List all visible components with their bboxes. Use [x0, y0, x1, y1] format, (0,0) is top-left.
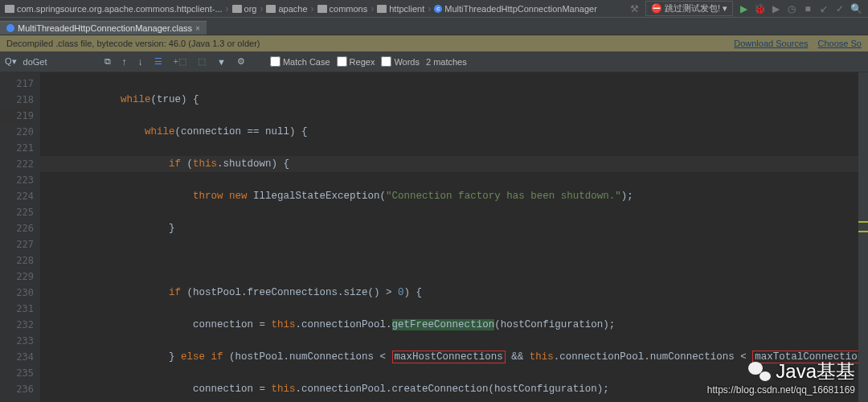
folder-icon	[232, 5, 242, 13]
folder-icon	[317, 5, 327, 13]
coverage-button[interactable]: ▶	[770, 3, 781, 14]
library-icon	[5, 5, 14, 13]
search-icon: Q▾	[5, 56, 17, 67]
highlighted-var-1: maxHostConnections	[392, 351, 506, 363]
breadcrumb-apache[interactable]: apache	[266, 4, 307, 14]
stop-button[interactable]: ■	[802, 3, 813, 14]
select-all-button[interactable]: ☰	[152, 55, 165, 68]
banner-text: Decompiled .class file, bytecode version…	[6, 39, 260, 48]
filter-icon[interactable]: ▼	[215, 55, 228, 68]
editor-tabs: MultiThreadedHttpConnectionManager.class…	[0, 18, 868, 35]
class-icon: c	[434, 5, 442, 13]
editor: 2172182192202212222232242252262272282292…	[0, 72, 868, 402]
debug-button[interactable]: 🐞	[754, 3, 765, 14]
find-bar: Q▾ ⧉ ↑ ↓ ☰ +⬚ ⬚ ▼ ⚙ Match Case Regex Wor…	[0, 51, 868, 72]
next-match-button[interactable]: ↓	[136, 55, 145, 69]
vertical-scrollbar[interactable]	[858, 72, 868, 402]
class-icon	[6, 24, 14, 32]
history-icon[interactable]: ⧉	[102, 55, 113, 68]
hammer-icon[interactable]: ⚒	[629, 3, 641, 14]
navigation-bar: com.springsource.org.apache.commons.http…	[0, 0, 868, 18]
profile-button[interactable]: ◷	[786, 3, 797, 14]
run-button[interactable]: ▶	[738, 3, 749, 14]
words-checkbox[interactable]: Words	[381, 56, 420, 67]
add-selection-button[interactable]: +⬚	[171, 55, 189, 68]
download-sources-link[interactable]: Download Sources	[734, 39, 808, 48]
code-area[interactable]: while(true) { while(connection == null) …	[40, 72, 868, 402]
toolbar-run: ⚒ ⛔ 跳过测试发包! ▾ ▶ 🐞 ▶ ◷ ■ ↙ ✓ 🔍	[629, 1, 868, 16]
vcs-commit-icon[interactable]: ✓	[834, 3, 845, 14]
tab-active[interactable]: MultiThreadedHttpConnectionManager.class…	[0, 21, 207, 35]
match-case-checkbox[interactable]: Match Case	[270, 56, 330, 67]
decompile-banner: Decompiled .class file, bytecode version…	[0, 35, 868, 51]
tab-label: MultiThreadedHttpConnectionManager.class	[18, 23, 192, 33]
prev-match-button[interactable]: ↑	[120, 55, 129, 69]
run-config-selector[interactable]: ⛔ 跳过测试发包! ▾	[645, 1, 733, 16]
vcs-update-icon[interactable]: ↙	[818, 3, 829, 14]
search-input[interactable]	[23, 57, 96, 67]
folder-icon	[266, 5, 276, 13]
breadcrumb-commons[interactable]: commons	[317, 4, 368, 14]
settings-icon[interactable]: ⚙	[235, 55, 248, 68]
remove-selection-button[interactable]: ⬚	[195, 55, 208, 68]
highlighted-var-2: maxTotalConnections	[752, 351, 868, 363]
breadcrumb-org[interactable]: org	[232, 4, 257, 14]
breadcrumb-httpclient[interactable]: httpclient	[377, 4, 424, 14]
choose-sources-link[interactable]: Choose So	[818, 39, 862, 48]
breadcrumb-root[interactable]: com.springsource.org.apache.commons.http…	[5, 4, 223, 14]
line-gutter[interactable]: 2172182192202212222232242252262272282292…	[0, 72, 40, 402]
match-count: 2 matches	[426, 57, 467, 67]
breadcrumb: com.springsource.org.apache.commons.http…	[0, 3, 597, 14]
breadcrumb-class[interactable]: cMultiThreadedHttpConnectionManager	[434, 4, 597, 14]
close-icon[interactable]: ×	[195, 24, 200, 33]
folder-icon	[377, 5, 387, 13]
regex-checkbox[interactable]: Regex	[337, 56, 375, 67]
search-everywhere-icon[interactable]: 🔍	[850, 3, 862, 14]
